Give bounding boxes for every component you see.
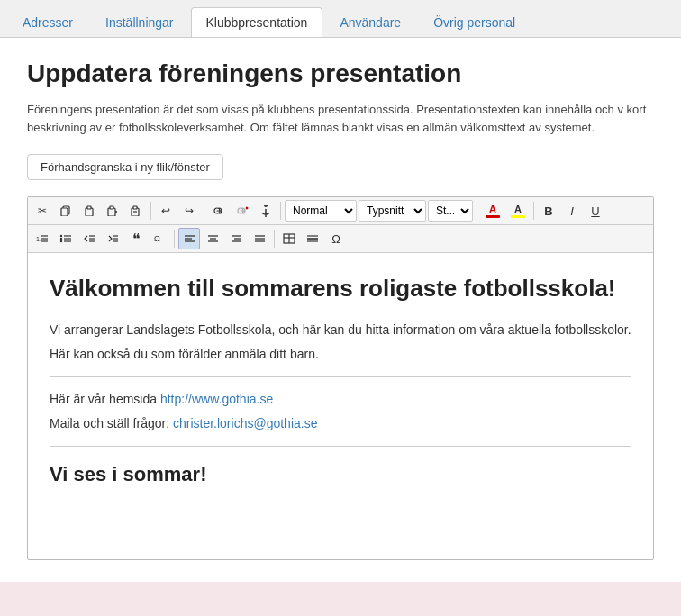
blockquote-button[interactable]: ❝ xyxy=(125,228,147,249)
page-title: Uppdatera föreningens presentation xyxy=(27,59,654,88)
svg-point-20 xyxy=(60,240,62,242)
preview-button[interactable]: Förhandsgranska i ny flik/fönster xyxy=(27,154,223,180)
separator2 xyxy=(204,202,204,220)
insert-table-button[interactable] xyxy=(278,228,300,249)
tab-ovrig-personal[interactable]: Övrig personal xyxy=(418,7,531,37)
cut-button[interactable]: ✂ xyxy=(32,200,53,222)
editor-para2: Här kan också du som förälder anmäla dit… xyxy=(50,345,631,364)
svg-text:1.: 1. xyxy=(36,236,41,242)
separator6 xyxy=(174,230,175,248)
special-chars-button[interactable]: Ω xyxy=(149,228,170,249)
anchor-button[interactable] xyxy=(255,200,277,222)
page-description: Föreningens presentation är det som visa… xyxy=(27,101,654,136)
remove-link-button[interactable] xyxy=(232,200,253,222)
font-color-button[interactable]: A xyxy=(481,200,504,222)
editor-container: ✂ ↩ ↪ xyxy=(27,196,654,560)
decrease-indent-button[interactable] xyxy=(78,228,100,249)
website-link[interactable]: http://www.gothia.se xyxy=(160,392,273,406)
increase-indent-button[interactable] xyxy=(102,228,123,249)
align-left-button[interactable] xyxy=(178,228,200,249)
separator1 xyxy=(150,202,151,220)
svg-point-19 xyxy=(60,238,62,240)
tab-klubbpresentation[interactable]: Klubbpresentation xyxy=(191,7,323,37)
tab-anvandare[interactable]: Användare xyxy=(324,7,416,37)
align-center-button[interactable] xyxy=(202,228,223,249)
format-select[interactable]: Normal Heading 1 Heading 2 Heading 3 xyxy=(285,200,357,222)
editor-closing: Vi ses i sommar! xyxy=(50,459,631,489)
italic-button[interactable]: I xyxy=(561,200,583,222)
tab-adresser[interactable]: Adresser xyxy=(7,7,88,37)
insert-hr-button[interactable] xyxy=(302,228,323,249)
editor-content[interactable]: Välkommen till sommarens roligaste fotbo… xyxy=(28,253,653,559)
separator4 xyxy=(477,202,477,220)
separator3 xyxy=(280,202,281,220)
bg-color-button[interactable]: A xyxy=(506,200,530,222)
editor-contact: Maila och ställ frågor: christer.lorichs… xyxy=(50,414,631,433)
align-justify-button[interactable] xyxy=(249,228,270,249)
insert-link-button[interactable] xyxy=(208,200,230,222)
copy-button[interactable] xyxy=(55,200,77,222)
separator5 xyxy=(533,202,534,220)
unordered-list-button[interactable] xyxy=(55,228,77,249)
tab-installningar[interactable]: Inställningar xyxy=(90,7,189,37)
paste-button[interactable] xyxy=(78,200,100,222)
contact-email-link[interactable]: christer.lorichs@gothia.se xyxy=(173,416,318,430)
tabs-bar: Adresser Inställningar Klubbpresentation… xyxy=(0,0,681,38)
undo-button[interactable]: ↩ xyxy=(155,200,177,222)
paste-special-button[interactable] xyxy=(102,200,123,222)
toolbar-row1: ✂ ↩ ↪ xyxy=(28,197,653,225)
redo-button[interactable]: ↪ xyxy=(178,200,200,222)
editor-heading: Välkommen till sommarens roligaste fotbo… xyxy=(50,271,631,306)
svg-rect-1 xyxy=(61,208,68,216)
svg-point-18 xyxy=(60,235,62,237)
svg-rect-3 xyxy=(87,206,91,209)
svg-rect-9 xyxy=(133,206,137,209)
underline-button[interactable]: U xyxy=(585,200,606,222)
main-content: Uppdatera föreningens presentation Fören… xyxy=(0,38,681,582)
editor-divider1 xyxy=(50,376,631,377)
ordered-list-button[interactable]: 1. xyxy=(32,228,53,249)
omega-button[interactable]: Ω xyxy=(325,228,347,249)
font-select[interactable]: Typsnitt Arial Times New Roman Verdana xyxy=(359,200,426,222)
editor-divider2 xyxy=(50,446,631,447)
editor-website: Här är vår hemsida http://www.gothia.se xyxy=(50,390,631,409)
separator7 xyxy=(274,230,275,248)
svg-rect-5 xyxy=(110,206,114,209)
size-select[interactable]: St... 8pt 10pt 12pt 14pt 18pt xyxy=(428,200,473,222)
bold-button[interactable]: B xyxy=(538,200,559,222)
editor-para1: Vi arrangerar Landslagets Fotbollsskola,… xyxy=(50,321,631,340)
align-right-button[interactable] xyxy=(225,228,247,249)
toolbar-row2: 1. ❝ Ω xyxy=(28,225,653,253)
paste-plain-button[interactable] xyxy=(125,200,147,222)
svg-text:Ω: Ω xyxy=(154,234,160,243)
